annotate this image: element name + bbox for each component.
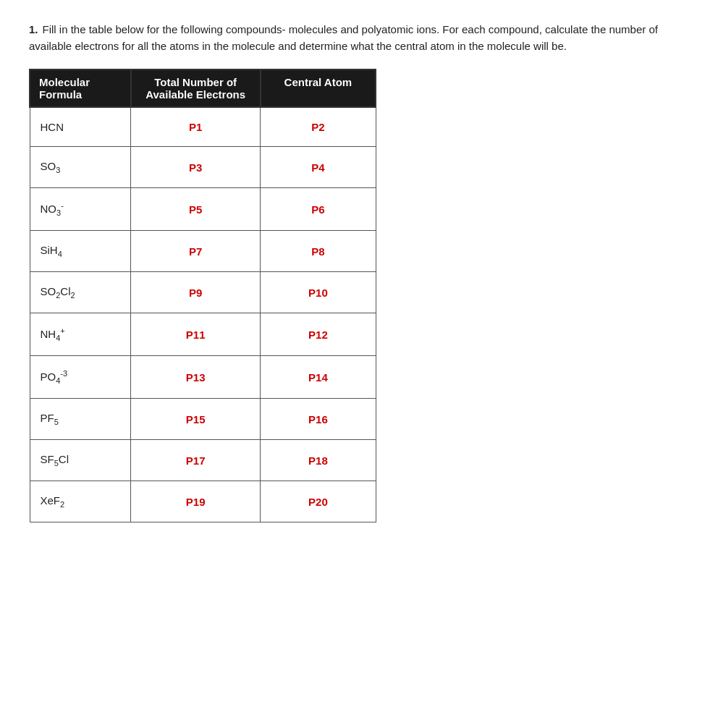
table-row: NH4+P11P12 <box>30 313 376 356</box>
cell-central: P18 <box>261 440 376 481</box>
cell-electrons: P11 <box>131 313 261 356</box>
cell-formula: HCN <box>30 107 131 147</box>
table-row: PF5P15P16 <box>30 399 376 440</box>
cell-electrons: P7 <box>131 231 261 272</box>
cell-formula: NH4+ <box>30 313 131 356</box>
cell-central: P8 <box>261 231 376 272</box>
cell-formula: SiH4 <box>30 231 131 272</box>
cell-formula: XeF2 <box>30 481 131 522</box>
table-row: XeF2P19P20 <box>30 481 376 522</box>
instructions-block: 1.Fill in the table below for the follow… <box>29 22 676 54</box>
cell-electrons: P5 <box>131 188 261 231</box>
cell-central: P12 <box>261 313 376 356</box>
cell-formula: SO3 <box>30 147 131 188</box>
header-formula: Molecular Formula <box>30 69 131 107</box>
cell-electrons: P17 <box>131 440 261 481</box>
table-row: PO4-3P13P14 <box>30 356 376 399</box>
table-row: SF5ClP17P18 <box>30 440 376 481</box>
header-central: Central Atom <box>261 69 376 107</box>
cell-central: P4 <box>261 147 376 188</box>
cell-electrons: P15 <box>131 399 261 440</box>
cell-central: P16 <box>261 399 376 440</box>
cell-central: P2 <box>261 107 376 147</box>
chemistry-table: Molecular Formula Total Number of Availa… <box>29 69 376 522</box>
cell-formula: SO2Cl2 <box>30 272 131 313</box>
table-row: SO2Cl2P9P10 <box>30 272 376 313</box>
instruction-text: Fill in the table below for the followin… <box>29 23 658 52</box>
cell-formula: PO4-3 <box>30 356 131 399</box>
cell-formula: PF5 <box>30 399 131 440</box>
cell-central: P14 <box>261 356 376 399</box>
cell-electrons: P1 <box>131 107 261 147</box>
table-row: NO3-P5P6 <box>30 188 376 231</box>
cell-central: P20 <box>261 481 376 522</box>
header-electrons: Total Number of Available Electrons <box>131 69 261 107</box>
cell-electrons: P3 <box>131 147 261 188</box>
cell-electrons: P19 <box>131 481 261 522</box>
cell-formula: NO3- <box>30 188 131 231</box>
table-row: HCNP1P2 <box>30 107 376 147</box>
table-header-row: Molecular Formula Total Number of Availa… <box>30 69 376 107</box>
table-row: SiH4P7P8 <box>30 231 376 272</box>
cell-formula: SF5Cl <box>30 440 131 481</box>
cell-electrons: P9 <box>131 272 261 313</box>
cell-electrons: P13 <box>131 356 261 399</box>
cell-central: P10 <box>261 272 376 313</box>
instruction-number: 1. <box>29 23 38 35</box>
table-row: SO3P3P4 <box>30 147 376 188</box>
cell-central: P6 <box>261 188 376 231</box>
